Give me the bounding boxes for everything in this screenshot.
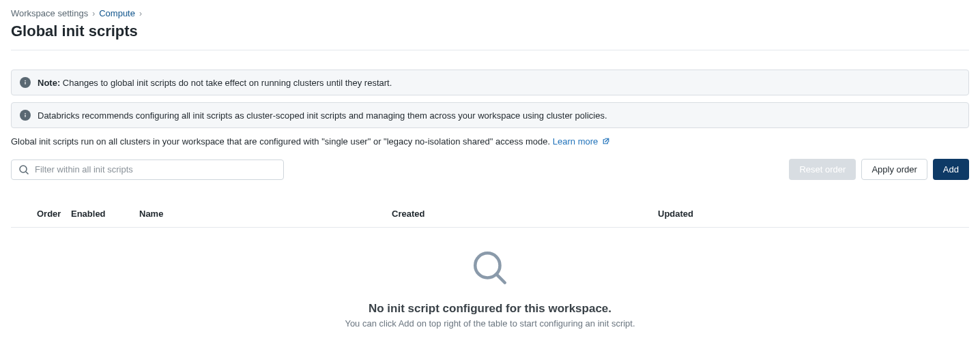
info-icon xyxy=(20,77,31,88)
recommend-text: Databricks recommends configuring all in… xyxy=(38,110,607,121)
breadcrumb: Workspace settings › Compute › xyxy=(11,8,969,18)
learn-more-label: Learn more xyxy=(553,136,598,147)
empty-subtitle: You can click Add on top right of the ta… xyxy=(11,318,969,329)
empty-state: No init script configured for this works… xyxy=(11,228,969,342)
note-body: Changes to global init scripts do not ta… xyxy=(60,78,392,88)
reset-order-button: Reset order xyxy=(789,159,856,180)
col-updated: Updated xyxy=(658,209,960,219)
breadcrumb-compute[interactable]: Compute xyxy=(99,8,135,18)
search-icon xyxy=(18,164,29,175)
apply-order-button[interactable]: Apply order xyxy=(861,159,927,180)
toolbar: Reset order Apply order Add xyxy=(11,159,969,180)
svg-line-5 xyxy=(26,172,29,175)
page-title: Global init scripts xyxy=(11,22,969,40)
table-header: Order Enabled Name Created Updated xyxy=(11,200,969,228)
breadcrumb-workspace-settings[interactable]: Workspace settings xyxy=(11,8,88,18)
svg-point-4 xyxy=(20,166,27,172)
note-alert: Note: Changes to global init scripts do … xyxy=(11,70,969,95)
empty-title: No init script configured for this works… xyxy=(11,302,969,316)
svg-line-7 xyxy=(497,275,505,283)
empty-search-icon xyxy=(11,248,969,290)
svg-point-0 xyxy=(25,80,26,82)
search-input[interactable] xyxy=(35,164,276,175)
external-link-icon xyxy=(602,137,610,145)
col-created: Created xyxy=(392,209,658,219)
divider xyxy=(11,50,969,50)
chevron-right-icon: › xyxy=(92,9,95,18)
svg-rect-1 xyxy=(25,82,25,85)
note-label: Note: xyxy=(38,78,60,88)
recommend-alert: Databricks recommends configuring all in… xyxy=(11,102,969,128)
add-button[interactable]: Add xyxy=(933,159,969,180)
button-group: Reset order Apply order Add xyxy=(789,159,969,180)
col-spacer xyxy=(20,209,37,219)
description-text: Global init scripts run on all clusters … xyxy=(11,136,553,147)
learn-more-link[interactable]: Learn more xyxy=(553,136,610,147)
info-icon xyxy=(20,110,31,121)
chevron-right-icon: › xyxy=(139,9,142,18)
svg-rect-3 xyxy=(25,115,25,117)
col-enabled: Enabled xyxy=(71,209,126,219)
svg-point-2 xyxy=(25,113,26,115)
col-order: Order xyxy=(37,209,71,219)
col-name: Name xyxy=(126,209,392,219)
note-text: Note: Changes to global init scripts do … xyxy=(38,78,392,88)
search-box[interactable] xyxy=(11,160,284,180)
description: Global init scripts run on all clusters … xyxy=(11,136,969,147)
